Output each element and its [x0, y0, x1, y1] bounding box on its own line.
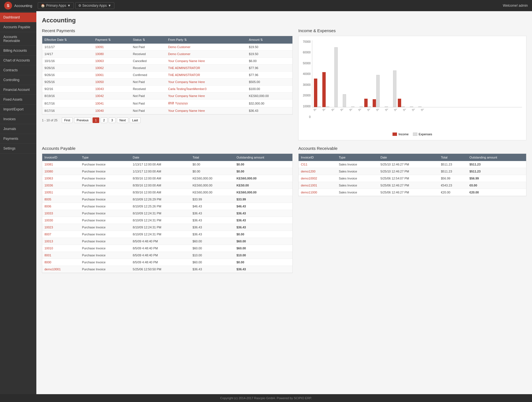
table-row: 9/26/16 10062 Received THE ADMINISTRATOR… [42, 65, 292, 72]
sidebar-item-payments[interactable]: Payments [0, 134, 36, 144]
party-link[interactable]: THE ADMINISTRATOR [168, 73, 200, 77]
cell-outstanding: $36.43 [234, 224, 292, 231]
prev-page-button[interactable]: Previous [74, 117, 91, 123]
footer: Copyright (c) 2014-2017 Rascpio GmbH. Po… [0, 394, 532, 402]
sidebar-item-contracts[interactable]: Contracts [0, 65, 36, 75]
income-bar [398, 99, 401, 107]
cell-outstanding: $60.00 [234, 245, 292, 252]
payment-link[interactable]: 10061 [95, 73, 104, 77]
cell-party: 肆肆 Yyyyyyyy [166, 100, 247, 107]
invoice-id-link[interactable]: 10081 [44, 163, 53, 166]
invoice-id-link[interactable]: 10036 [44, 184, 53, 187]
invoice-id-link[interactable]: 8007 [44, 233, 51, 236]
invoice-id-link[interactable]: 8001 [44, 254, 51, 257]
sidebar-item-dashboard[interactable]: Dashboard [0, 13, 36, 22]
invoice-id-link[interactable]: 8005 [44, 198, 51, 201]
table-row: demo11000 Sales Invoice 5/25/06 12:46:27… [299, 189, 526, 196]
cell-outstanding: €0.00 [467, 182, 526, 189]
invoice-id-link[interactable]: 10033 [44, 212, 53, 215]
sidebar-item-import-export[interactable]: Import/Export [0, 105, 36, 114]
last-page-button[interactable]: Last [130, 117, 141, 123]
cell-date: 8/5/09 4:48:40 PM [131, 238, 190, 245]
party-link[interactable]: Your Company Name Here [168, 80, 205, 84]
payment-link[interactable]: 10080 [95, 52, 104, 56]
invoice-id-link[interactable]: 10063 [44, 177, 53, 180]
secondary-apps-button[interactable]: ⚙ Secondary Apps ▼ [75, 2, 114, 9]
invoice-id-link[interactable]: 10030 [44, 219, 53, 222]
party-link[interactable]: Your Company Name Here [168, 109, 205, 112]
sidebar-item-accounts-receivable[interactable]: Accounts Receivable [0, 32, 36, 46]
sidebar-item-fixed-assets[interactable]: Fixed Assets [0, 95, 36, 105]
cell-outstanding: KES0.00 [234, 182, 292, 189]
party-link[interactable]: 肆肆 Yyyyyyyy [168, 101, 188, 105]
sidebar: Dashboard Accounts Payable Accounts Rece… [0, 11, 36, 394]
payment-link[interactable]: 10050 [95, 80, 104, 84]
cell-date: 8/30/16 12:00:00 AM [131, 189, 190, 196]
page-2-button[interactable]: 2 [101, 117, 107, 123]
party-link[interactable]: Demo Customer [168, 45, 190, 49]
invoice-id-link[interactable]: demo10002 [301, 177, 317, 180]
cell-outstanding: $0.00 [234, 259, 292, 266]
invoice-id-link[interactable]: demo1200 [301, 170, 315, 173]
cell-payment: 10091 [93, 44, 131, 51]
invoice-id-link[interactable]: CI11 [301, 163, 307, 166]
party-link[interactable]: Your Company Name Here [168, 94, 205, 98]
invoice-id-link[interactable]: 8006 [44, 205, 51, 208]
first-page-button[interactable]: First [62, 117, 73, 123]
primary-apps-button[interactable]: 🏠 Primary Apps ▼ [38, 2, 74, 9]
sidebar-item-invoices[interactable]: Invoices [0, 114, 36, 124]
bar-group [398, 99, 405, 107]
nav-links: 🏠 Primary Apps ▼ ⚙ Secondary Apps ▼ [38, 2, 114, 9]
invoice-id-link[interactable]: demo10001 [44, 268, 61, 271]
bar-group [415, 107, 422, 107]
payment-link[interactable]: 10091 [95, 45, 104, 49]
payment-link[interactable]: 10041 [95, 102, 104, 105]
party-link[interactable]: Demo Customer [168, 52, 190, 56]
payment-link[interactable]: 10043 [95, 87, 104, 91]
invoice-id-link[interactable]: demo11000 [301, 191, 317, 194]
sidebar-item-journals[interactable]: Journals [0, 124, 36, 134]
cell-total: $0.00 [190, 168, 234, 175]
pagination: 1 - 10 of 25 First Previous 1 2 3 Next L… [42, 117, 293, 123]
party-link[interactable]: THE ADMINISTRATOR [168, 66, 200, 70]
cell-status: Not Paid [131, 100, 166, 107]
invoice-id-link[interactable]: 10023 [44, 226, 53, 229]
payment-link[interactable]: 10063 [95, 59, 104, 63]
cell-amount: $32,000.00 [247, 100, 292, 107]
party-link[interactable]: Your Company Name Here [168, 59, 205, 63]
cell-total: KES60,000.00 [190, 189, 234, 196]
invoice-id-link[interactable]: 8000 [44, 261, 51, 264]
payment-link[interactable]: 10062 [95, 66, 104, 70]
sidebar-item-settings[interactable]: Settings [0, 144, 36, 153]
page-1-button[interactable]: 1 [93, 117, 99, 123]
cell-total: $33.99 [190, 196, 234, 203]
table-row: 10081 Purchase Invoice 1/13/17 12:00:00 … [42, 161, 292, 168]
table-row: 8/17/16 10041 Not Paid 肆肆 Yyyyyyyy $32,0… [42, 100, 292, 107]
payment-link[interactable]: 10042 [95, 94, 104, 98]
invoice-id-link[interactable]: 10010 [44, 247, 53, 250]
invoice-id-link[interactable]: 10013 [44, 240, 53, 243]
sidebar-item-financial-account[interactable]: Financial Account [0, 85, 36, 95]
invoice-id-link[interactable]: 10080 [44, 170, 53, 173]
cell-status: Received [131, 65, 166, 72]
page-3-button[interactable]: 3 [109, 117, 115, 123]
cell-payment: 10063 [93, 58, 131, 65]
sidebar-item-controlling[interactable]: Controlling [0, 75, 36, 85]
cell-type: Purchase Invoice [80, 182, 131, 189]
cell-date: 8/19/16 [42, 93, 93, 100]
top-nav: S Accounting 🏠 Primary Apps ▼ ⚙ Secondar… [0, 0, 532, 11]
next-page-button[interactable]: Next [117, 117, 128, 123]
cell-party: Demo Customer [166, 44, 247, 51]
invoice-id-link[interactable]: 10051 [44, 191, 53, 194]
sidebar-item-billing-accounts[interactable]: Billing Accounts [0, 46, 36, 56]
cell-status: Not Paid [131, 44, 166, 51]
invoice-id-link[interactable]: demo11001 [301, 184, 317, 187]
bar-group [389, 70, 396, 107]
sidebar-item-accounts-payable[interactable]: Accounts Payable [0, 22, 36, 32]
ar-col-id: InvoiceID [299, 154, 337, 161]
sidebar-item-chart-of-accounts[interactable]: Chart of Accounts [0, 56, 36, 65]
party-link[interactable]: Carla TestingTeamMember3 [168, 87, 206, 91]
cell-date: 10/1/16 [42, 58, 93, 65]
table-row: 10036 Purchase Invoice 8/30/16 12:00:00 … [42, 182, 292, 189]
payment-link[interactable]: 10040 [95, 109, 104, 112]
